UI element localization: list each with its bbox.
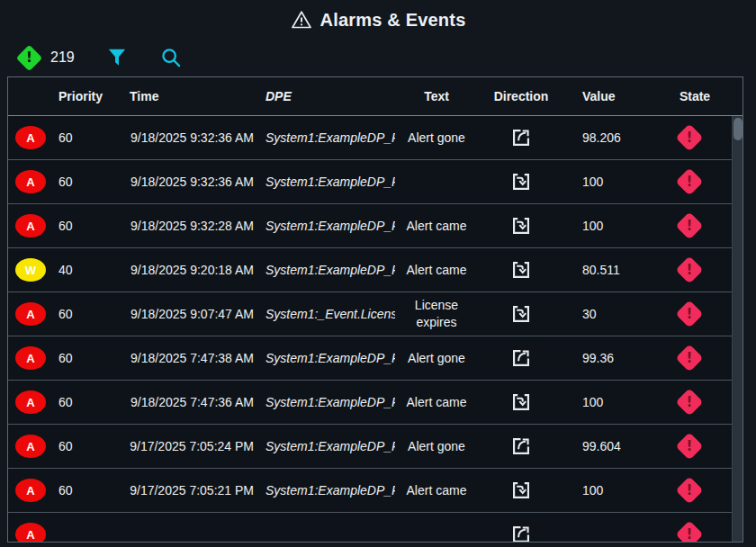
state-alert-icon: ! <box>675 344 703 372</box>
time-cell: 9/18/2025 7:47:36 AM <box>123 395 258 409</box>
time-cell: 9/18/2025 9:20:18 AM <box>123 263 258 277</box>
direction-out-icon <box>509 346 533 370</box>
state-alert-icon: ! <box>675 520 703 542</box>
text-cell: Alert came <box>395 214 478 238</box>
search-button[interactable] <box>159 46 183 69</box>
time-cell: 9/18/2025 9:07:47 AM <box>123 307 258 321</box>
dpe-cell: System1:ExampleDP_Rpt3. <box>258 439 395 453</box>
direction-out-icon <box>509 435 533 458</box>
time-cell: 9/18/2025 9:32:28 AM <box>123 219 258 233</box>
state-alert-icon: ! <box>675 388 703 416</box>
alarms-table: Priority Time DPE Text Direction Value S… <box>7 76 743 543</box>
dpe-cell: System1:ExampleDP_Rpt2. <box>258 351 395 365</box>
value-cell: 100 <box>564 395 647 409</box>
text-cell: Alert came <box>395 479 478 503</box>
priority-cell: 60 <box>53 395 123 409</box>
priority-badge: A <box>15 435 46 458</box>
priority-cell: 60 <box>53 483 123 498</box>
priority-badge: A <box>15 214 46 238</box>
warning-triangle-icon <box>291 9 312 31</box>
state-alert-icon: ! <box>675 476 703 504</box>
time-cell: 9/17/2025 7:05:24 PM <box>123 439 258 453</box>
direction-in-icon <box>509 214 533 238</box>
title-bar: Alarms & Events <box>0 0 756 40</box>
dpe-cell: System1:ExampleDP_Rpt2. <box>258 395 395 409</box>
direction-out-icon <box>509 126 533 149</box>
priority-cell: 60 <box>53 130 123 145</box>
column-header-priority[interactable]: Priority <box>53 89 123 103</box>
value-cell: 100 <box>564 219 647 233</box>
priority-badge: A <box>15 390 46 414</box>
priority-badge: A <box>15 126 46 149</box>
time-cell: 9/18/2025 9:32:36 AM <box>123 175 258 189</box>
text-cell <box>395 531 478 538</box>
priority-cell: 60 <box>53 351 123 365</box>
table-row[interactable]: A 60 9/17/2025 7:05:21 PM System1:Exampl… <box>8 469 732 513</box>
state-alert-icon: ! <box>675 123 703 151</box>
value-cell: 30 <box>564 307 647 321</box>
green-diamond-exclamation-icon: ! <box>16 44 43 71</box>
time-cell: 9/18/2025 7:47:38 AM <box>123 351 258 365</box>
table-row[interactable]: A 60 9/18/2025 7:47:38 AM System1:Exampl… <box>8 336 732 381</box>
dpe-cell: System1:ExampleDP_Rpt3. <box>258 483 395 498</box>
direction-in-icon <box>509 302 533 326</box>
time-cell: 9/18/2025 9:32:36 AM <box>123 130 258 145</box>
table-row[interactable]: W 40 9/18/2025 9:20:18 AM System1:Exampl… <box>8 248 732 292</box>
table-row[interactable]: A 60 9/18/2025 7:47:36 AM System1:Exampl… <box>8 381 732 425</box>
text-cell: Alert came <box>395 258 478 282</box>
state-alert-icon: ! <box>675 300 703 327</box>
state-alert-icon: ! <box>675 256 703 283</box>
column-header-value[interactable]: Value <box>564 89 647 103</box>
priority-badge: A <box>15 523 46 542</box>
page-title: Alarms & Events <box>320 10 466 31</box>
value-cell: 100 <box>564 175 647 189</box>
table-row[interactable]: A 60 9/18/2025 9:32:36 AM System1:Exampl… <box>8 116 732 160</box>
text-cell: Alert gone <box>395 126 478 150</box>
text-cell <box>395 178 478 185</box>
scrollbar-thumb[interactable] <box>734 118 742 140</box>
column-header-dpe[interactable]: DPE <box>258 89 395 103</box>
priority-cell: 60 <box>53 307 123 321</box>
table-row[interactable]: A 60 9/18/2025 9:07:47 AM System1:_Event… <box>8 292 732 336</box>
priority-cell: 60 <box>53 175 123 189</box>
direction-in-icon <box>509 479 533 502</box>
direction-in-icon <box>509 258 533 282</box>
priority-cell: 40 <box>53 263 123 277</box>
text-cell: Alert gone <box>395 435 478 459</box>
column-header-time[interactable]: Time <box>123 89 258 103</box>
dpe-cell: System1:ExampleDP_Rpt4. <box>258 130 395 145</box>
direction-in-icon <box>509 390 533 414</box>
state-alert-icon: ! <box>675 167 703 195</box>
priority-cell: 60 <box>53 439 123 453</box>
text-cell: License expires <box>395 293 478 335</box>
priority-badge: A <box>15 170 46 193</box>
table-body: A 60 9/18/2025 9:32:36 AM System1:Exampl… <box>8 116 742 542</box>
column-header-text[interactable]: Text <box>395 89 478 103</box>
time-cell: 9/17/2025 7:05:21 PM <box>123 483 258 498</box>
table-row[interactable]: A ! <box>8 513 732 542</box>
table-header-row: Priority Time DPE Text Direction Value S… <box>8 77 742 116</box>
text-cell: Alert came <box>395 390 478 415</box>
filter-button[interactable] <box>105 46 129 69</box>
value-cell: 99.604 <box>564 439 647 453</box>
table-row[interactable]: A 60 9/18/2025 9:32:28 AM System1:Exampl… <box>8 204 732 248</box>
column-header-direction[interactable]: Direction <box>478 89 564 103</box>
table-row[interactable]: A 60 9/17/2025 7:05:24 PM System1:Exampl… <box>8 425 732 469</box>
priority-badge: A <box>15 302 46 326</box>
column-header-state[interactable]: State <box>647 89 742 103</box>
text-cell: Alert gone <box>395 346 478 371</box>
table-row[interactable]: A 60 9/18/2025 9:32:36 AM System1:Exampl… <box>8 160 732 204</box>
priority-badge: A <box>15 479 46 502</box>
direction-in-icon <box>509 170 533 193</box>
value-cell: 98.206 <box>564 130 647 145</box>
value-cell: 80.511 <box>564 263 647 277</box>
direction-out-icon <box>509 523 533 542</box>
dpe-cell: System1:_Event.License.Ren <box>258 307 395 321</box>
priority-cell: 60 <box>53 219 123 233</box>
dpe-cell: System1:ExampleDP_Rpt1. <box>258 175 395 189</box>
dpe-cell: System1:ExampleDP_Rpt1. <box>258 263 395 277</box>
priority-badge: A <box>15 346 46 370</box>
state-alert-icon: ! <box>675 211 703 239</box>
value-cell: 100 <box>564 483 647 498</box>
table-scrollbar[interactable] <box>732 116 742 542</box>
